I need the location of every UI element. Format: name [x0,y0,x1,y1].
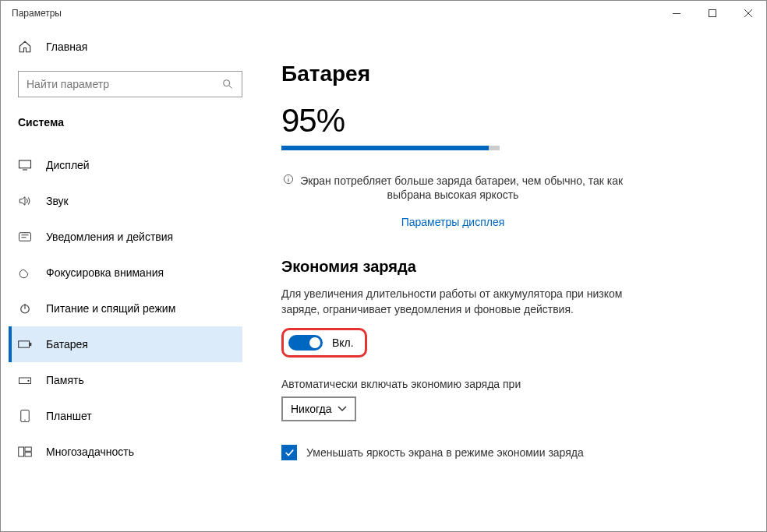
svg-rect-3 [19,160,31,168]
reduce-brightness-row[interactable]: Уменьшать яркость экрана в режиме эконом… [281,445,735,460]
reduce-brightness-checkbox[interactable] [281,445,297,460]
auto-enable-label: Автоматически включать экономию заряда п… [281,378,735,390]
search-input[interactable] [27,78,221,90]
svg-rect-4 [19,233,31,241]
chevron-down-icon [338,406,347,412]
home-icon [18,40,32,54]
svg-point-2 [224,80,230,86]
battery-info: Экран потребляет больше заряда батареи, … [281,174,624,202]
home-label: Главная [46,41,87,53]
battery-saver-desc: Для увеличения длительности работы от ак… [281,287,624,317]
sidebar-item-multitask[interactable]: Многозадачность [9,434,242,470]
focus-icon [18,266,32,280]
sidebar-item-label: Звук [46,195,69,207]
sidebar-item-storage[interactable]: Память [9,362,242,398]
svg-rect-1 [709,10,716,17]
battery-percent: 95% [281,102,735,139]
sidebar-item-label: Фокусировка внимания [46,266,164,279]
svg-point-11 [24,420,26,421]
title-bar: Параметры [1,1,766,26]
sidebar-item-focus[interactable]: Фокусировка внимания [9,255,242,291]
battery-icon [18,339,32,350]
sidebar-item-sound[interactable]: Звук [9,183,242,219]
sidebar-item-label: Питание и спящий режим [46,302,175,315]
search-icon [221,78,234,90]
svg-rect-14 [25,453,31,456]
sidebar-item-power[interactable]: Питание и спящий режим [9,291,242,326]
battery-progress [281,146,500,150]
content-pane: Батарея 95% Экран потребляет больше заря… [250,26,766,532]
sidebar-item-label: Батарея [46,338,88,351]
svg-rect-13 [25,447,31,451]
window-title: Параметры [12,8,62,19]
battery-progress-fill [281,146,489,150]
info-icon [283,174,294,185]
svg-point-9 [27,380,29,382]
sidebar-item-tablet[interactable]: Планшет [9,398,242,434]
page-title: Батарея [281,62,735,86]
nav-list: Дисплей Звук Уведомления и действия Фоку… [18,147,242,470]
minimize-button[interactable] [659,1,695,26]
close-button[interactable] [730,1,766,26]
sidebar-item-battery[interactable]: Батарея [9,326,242,362]
power-icon [18,301,32,315]
svg-rect-7 [30,343,31,346]
checkbox-label: Уменьшать яркость экрана в режиме эконом… [306,446,584,459]
display-icon [18,159,32,171]
toggle-label: Вкл. [332,336,354,349]
sidebar-item-label: Уведомления и действия [46,231,173,243]
tablet-icon [18,409,32,423]
sidebar-item-label: Память [46,374,84,386]
auto-enable-select[interactable]: Никогда [281,396,356,421]
svg-rect-12 [19,447,24,456]
battery-saver-toggle-highlight: Вкл. [281,328,367,358]
display-settings-link[interactable]: Параметры дисплея [281,216,624,228]
multitask-icon [18,446,32,458]
battery-saver-toggle[interactable] [288,335,323,351]
sidebar-item-label: Планшет [46,410,92,422]
home-link[interactable]: Главная [18,40,242,54]
battery-saver-heading: Экономия заряда [281,258,735,276]
notifications-icon [18,231,32,243]
window-controls [659,1,766,26]
svg-rect-0 [673,13,680,14]
sidebar: Главная Система Дисплей Звук Уведомления… [1,26,250,532]
section-heading: Система [18,116,242,129]
info-text: Экран потребляет больше заряда батареи, … [300,174,623,201]
svg-rect-6 [19,341,30,347]
sidebar-item-display[interactable]: Дисплей [9,147,242,183]
storage-icon [18,374,32,386]
maximize-button[interactable] [695,1,730,26]
sidebar-item-notifications[interactable]: Уведомления и действия [9,219,242,255]
sidebar-item-label: Многозадачность [46,446,134,458]
select-value: Никогда [291,403,331,415]
toggle-knob [309,337,320,348]
search-box[interactable] [18,71,242,97]
sound-icon [18,195,32,207]
sidebar-item-label: Дисплей [46,159,90,171]
